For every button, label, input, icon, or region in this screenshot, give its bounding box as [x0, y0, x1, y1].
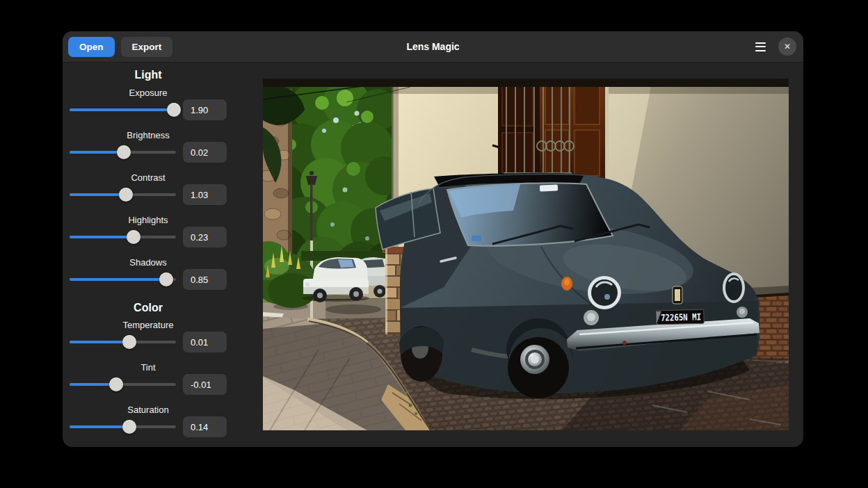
slider-fill	[70, 425, 129, 428]
shadows-value[interactable]: 0.85	[183, 269, 227, 290]
slider-fill	[70, 108, 174, 111]
open-button[interactable]: Open	[68, 37, 115, 57]
close-icon: ✕	[784, 42, 791, 51]
slider-thumb[interactable]	[109, 377, 123, 391]
brightness-slider[interactable]	[70, 142, 176, 163]
saturation-label: Saturation	[70, 405, 227, 416]
exposure-label: Exposure	[70, 88, 227, 99]
shadows-label: Shadows	[70, 257, 227, 268]
slider-thumb[interactable]	[127, 230, 140, 244]
door	[492, 79, 609, 186]
slider-thumb[interactable]	[167, 103, 181, 117]
highlights-slider[interactable]	[70, 227, 176, 247]
contrast-label: Contrast	[70, 172, 227, 184]
slider-fill	[70, 151, 124, 154]
shadows-slider[interactable]	[70, 269, 176, 290]
control-contrast: Contrast 1.03	[70, 172, 243, 205]
control-highlights: Highlights 0.23	[70, 215, 243, 247]
header-bar: Lens Magic Open Export ✕	[63, 31, 803, 63]
contrast-value[interactable]: 1.03	[183, 184, 227, 205]
saturation-slider[interactable]	[70, 416, 176, 437]
slider-fill	[70, 278, 166, 281]
temperature-slider[interactable]	[70, 332, 176, 352]
header-actions: ✕	[751, 38, 803, 56]
highlights-value[interactable]: 0.23	[183, 227, 227, 247]
photo-top-band	[263, 79, 789, 87]
slider-thumb[interactable]	[117, 145, 131, 159]
export-button[interactable]: Export	[121, 37, 173, 57]
brightness-value[interactable]: 0.02	[183, 142, 227, 163]
app-window: Lens Magic Open Export ✕ Light Exposure …	[63, 31, 803, 447]
section-title-light: Light	[70, 69, 227, 81]
control-brightness: Brightness 0.02	[70, 130, 243, 163]
temperature-value[interactable]: 0.01	[183, 332, 227, 352]
temperature-label: Temperature	[70, 320, 227, 331]
control-temperature: Temperature 0.01	[70, 320, 243, 352]
adjustments-sidebar: Light Exposure 1.90 Brightness 0	[63, 62, 243, 447]
menu-icon[interactable]	[751, 38, 770, 56]
highlights-label: Highlights	[70, 215, 227, 226]
window-title: Lens Magic	[63, 41, 803, 52]
slider-thumb[interactable]	[159, 273, 173, 286]
slider-thumb[interactable]	[122, 420, 136, 434]
photo-svg: 72265N MI	[263, 79, 789, 430]
exposure-slider[interactable]	[70, 99, 176, 120]
slider-fill	[70, 193, 126, 196]
exposure-value[interactable]: 1.90	[183, 99, 227, 120]
slider-thumb[interactable]	[122, 335, 136, 349]
tint-label: Tint	[70, 362, 227, 373]
section-title-color: Color	[70, 302, 227, 314]
tint-value[interactable]: -0.01	[183, 374, 227, 395]
control-shadows: Shadows 0.85	[70, 257, 243, 290]
control-saturation: Saturation 0.14	[70, 405, 243, 437]
tint-slider[interactable]	[70, 374, 176, 395]
slider-thumb[interactable]	[119, 188, 133, 202]
saturation-value[interactable]: 0.14	[183, 416, 227, 437]
control-tint: Tint -0.01	[70, 362, 243, 395]
svg-text:72265N MI: 72265N MI	[661, 311, 701, 323]
photo-preview: 72265N MI	[263, 79, 789, 430]
slider-fill	[70, 341, 129, 343]
control-exposure: Exposure 1.90	[70, 88, 243, 120]
contrast-slider[interactable]	[70, 184, 176, 205]
brightness-label: Brightness	[70, 130, 227, 141]
license-plate: 72265N MI	[657, 309, 705, 325]
slider-fill	[70, 236, 134, 238]
close-button[interactable]: ✕	[778, 38, 796, 56]
